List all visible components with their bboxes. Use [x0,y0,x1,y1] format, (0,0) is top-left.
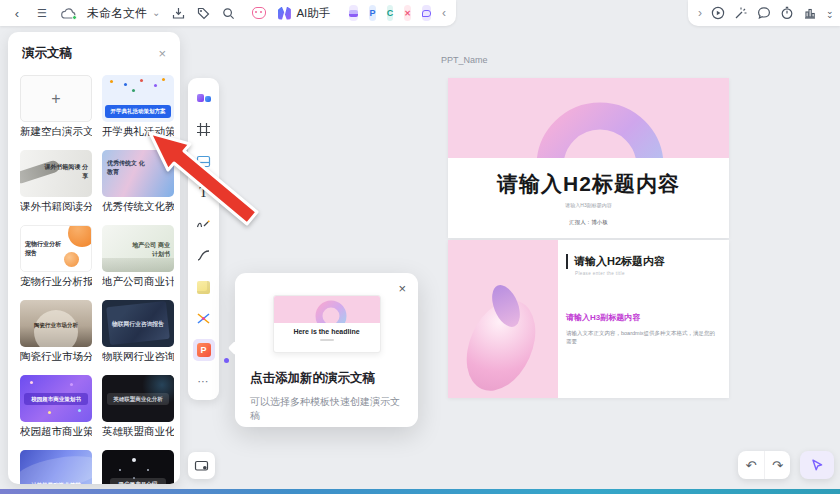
connector-tool-icon[interactable] [193,245,215,267]
app-root: ‹ ☰ 未命名文件 ⌄ AI助手 P C ✕ ‹ › [0,0,840,494]
template-card-blank[interactable]: + 新建空白演示文稿 [20,75,92,137]
slide-cover-image [448,78,729,158]
redo-button[interactable]: ↷ [764,451,790,479]
sync-status-dot [72,15,77,20]
template-card[interactable]: 地产公司 商业计划书 地产公司商业计划书 [102,225,174,287]
tools-sidebar: T P ⋯ [188,78,219,400]
back-icon[interactable]: ‹ [10,6,24,20]
template-card[interactable]: 校园超市商业策划书 校园超市商业策划书 [20,375,92,437]
slide2-h3-subtitle: 请输入H3副标题内容 [566,312,729,323]
history-controls: ↶ ↷ [738,451,790,479]
template-card[interactable]: 开学典礼活动策划方案 开学典礼活动策划... [102,75,174,137]
slide-h2-title: 请输入H2标题内容 [497,170,680,198]
code-plugin-icon[interactable]: C [387,5,394,21]
panel-title: 演示文稿 [22,45,72,62]
tag-icon[interactable] [196,6,210,20]
top-toolbar-left: ‹ ☰ 未命名文件 ⌄ AI助手 P C ✕ ‹ [0,0,456,26]
mindmap-tool-icon[interactable] [193,308,215,330]
template-card[interactable]: 陶瓷行业市场分析 陶瓷行业市场分析 [20,300,92,362]
template-card[interactable]: 计算机学院毕业答辩 [20,450,92,484]
cloud-sync-icon [60,6,76,20]
present-play-icon[interactable] [711,6,725,20]
export-icon[interactable] [171,6,185,20]
ppt-frame-label[interactable]: PPT_Name [441,55,488,65]
slide-preview-image [274,296,380,323]
menu-icon[interactable]: ☰ [35,6,49,20]
timer-icon[interactable] [780,6,794,20]
add-presentation-popup: × Here is the headline 点击添加新的演示文稿 可以选择多种… [235,273,418,427]
ai-assistant-icon[interactable] [277,6,291,20]
slide-h3-subtitle: 请输入H3副标题内容 [565,202,611,208]
slide-preview-card: Here is the headline [273,295,381,353]
pointer-mode-button[interactable] [800,451,834,479]
slide2-h2-title: 请输入H2标题内容 [566,254,729,269]
text-tool-icon[interactable]: T [193,182,215,204]
collapse-toolbar-icon[interactable]: ‹ [442,7,446,19]
ai-assistant-label[interactable]: AI助手 [296,6,330,21]
template-card[interactable]: 吸尘器产品介绍 [102,450,174,484]
popup-subtitle: 可以选择多种模板快速创建演示文稿 [250,395,403,423]
file-name[interactable]: 未命名文件 [87,5,147,22]
presentation-tool-icon[interactable]: P [193,339,215,361]
slide2-body-text: 请输入文本正文内容，boardmix提供多种文本格式，满足您的需要 [566,329,718,345]
window-edge-accent [0,489,840,494]
slide-presenter: 汇报人：博小板 [569,219,608,226]
board-tool-icon[interactable] [193,150,215,172]
template-card[interactable]: 物联网行业咨询报告 物联网行业咨询报告 [102,300,174,362]
more-tools-icon[interactable]: ⋯ [193,371,215,393]
template-card[interactable]: 优秀传统文 化教育 优秀传统文化教育 [102,150,174,212]
image-plugin-icon[interactable] [349,5,358,21]
presentation-template-panel: 演示文稿 × + 新建空白演示文稿 开学典礼活动策划方案 开学典礼活动策划...… [8,32,180,484]
templates-tool-icon[interactable] [193,87,215,109]
popup-title: 点击添加新的演示文稿 [250,370,418,387]
frame-tool-icon[interactable] [193,119,215,141]
undo-button[interactable]: ↶ [738,451,764,479]
template-card[interactable]: 宠物行业分析 报告 宠物行业分析报告 [20,225,92,287]
slide2-title-caption: Please enter the title [575,271,729,276]
plus-icon: + [51,90,60,108]
ppt-plugin-icon[interactable]: P [369,5,376,21]
slide-content-image [448,240,558,398]
pen-tool-icon[interactable] [193,213,215,235]
mindmap-plugin-icon[interactable]: ✕ [404,5,411,21]
popup-close-icon[interactable]: × [398,282,406,295]
sticky-note-tool-icon[interactable] [193,276,215,298]
search-icon[interactable] [221,6,235,20]
chart-icon[interactable] [803,6,817,20]
panel-close-icon[interactable]: × [158,47,166,60]
panel-header: 演示文稿 × [8,32,180,71]
chat-plugin-icon[interactable] [422,5,431,21]
mascot-icon[interactable] [252,7,266,19]
hide-toolbar-icon[interactable]: ⌄⌄ [826,9,834,18]
slide-content[interactable]: 请输入H2标题内容 Please enter the title 请输入H3副标… [448,240,729,398]
expand-toolbar-icon[interactable]: › [698,7,702,19]
slide-preview-headline: Here is the headline [274,328,380,335]
template-grid: + 新建空白演示文稿 开学典礼活动策划方案 开学典礼活动策划... 课外书籍阅读… [8,71,180,484]
page-presentation-button[interactable] [188,452,215,479]
slide-preview-subline [320,339,334,341]
comment-icon[interactable] [757,6,771,20]
laser-pointer-icon[interactable] [734,6,748,20]
top-toolbar-right: › ⌄⌄ [688,0,840,26]
file-menu-chevron-icon[interactable]: ⌄ [152,8,160,18]
active-tool-indicator-dot [224,358,229,363]
slide-cover[interactable]: 请输入H2标题内容 请输入H3副标题内容 汇报人：博小板 [448,78,729,238]
template-card[interactable]: 课外书籍阅读 分享 课外书籍阅读分享 [20,150,92,212]
template-card[interactable]: 英雄联盟商业化分析 英雄联盟商业化分析 [102,375,174,437]
